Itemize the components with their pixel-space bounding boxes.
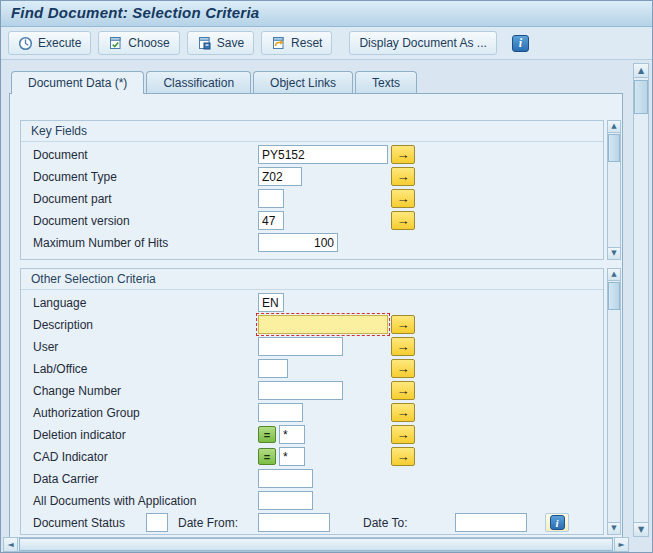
tab-texts[interactable]: Texts [355, 71, 417, 93]
date-from-label: Date From: [178, 516, 238, 530]
multiselect-arrow-icon: → [397, 191, 410, 206]
date-info-button[interactable]: i [545, 513, 569, 532]
execute-button[interactable]: Execute [8, 31, 91, 55]
document-part-input[interactable] [258, 189, 284, 208]
cad-indicator-input[interactable] [279, 447, 305, 466]
choose-button[interactable]: Choose [98, 31, 179, 55]
scroll-thumb[interactable] [608, 134, 620, 162]
user-input[interactable] [258, 337, 343, 356]
key-fields-scrollbar[interactable]: ▲ ▼ [607, 120, 621, 260]
titlebar: Find Document: Selection Criteria [1, 1, 652, 27]
info-icon: i [519, 36, 522, 51]
deletion-indicator-label: Deletion indicator [33, 428, 126, 442]
multiselect-lab-office-button[interactable]: → [391, 359, 415, 378]
cad-indicator-label: CAD Indicator [33, 450, 108, 464]
multiselect-arrow-icon: → [397, 169, 410, 184]
save-button[interactable]: Save [187, 31, 254, 55]
document-input[interactable] [258, 145, 388, 164]
choose-label: Choose [128, 36, 169, 50]
multiselect-arrow-icon: → [397, 147, 410, 162]
all-documents-input[interactable] [258, 491, 313, 510]
language-label: Language [33, 296, 86, 310]
equals-icon: = [264, 451, 270, 463]
display-document-as-label: Display Document As ... [359, 36, 486, 50]
field-row-language: Language [21, 293, 603, 313]
multiselect-arrow-icon: → [397, 427, 410, 442]
lab-office-input[interactable] [258, 359, 288, 378]
reset-button[interactable]: Reset [261, 31, 332, 55]
deletion-indicator-operator-button[interactable]: = [258, 426, 276, 443]
multiselect-deletion-indicator-button[interactable]: → [391, 425, 415, 444]
scroll-up-icon[interactable]: ▲ [607, 268, 621, 281]
multiselect-arrow-icon: → [397, 339, 410, 354]
date-from-input[interactable] [258, 513, 330, 532]
scroll-up-icon[interactable]: ▲ [607, 120, 621, 133]
authorization-group-label: Authorization Group [33, 406, 140, 420]
scroll-right-icon[interactable]: ► [614, 537, 629, 552]
tab-object-links[interactable]: Object Links [253, 71, 353, 93]
multiselect-arrow-icon: → [397, 361, 410, 376]
document-version-label: Document version [33, 214, 130, 228]
date-to-label: Date To: [363, 516, 407, 530]
field-row-lab-office: Lab/Office → [21, 359, 603, 379]
execute-label: Execute [38, 36, 81, 50]
document-label: Document [33, 148, 88, 162]
scroll-down-icon[interactable]: ▼ [607, 522, 621, 535]
change-number-label: Change Number [33, 384, 121, 398]
multiselect-arrow-icon: → [397, 383, 410, 398]
display-document-as-button[interactable]: Display Document As ... [349, 31, 496, 55]
tab-strip: Document Data (*) Classification Object … [11, 71, 417, 94]
tab-document-data-label: Document Data (*) [28, 76, 127, 90]
scroll-up-icon[interactable]: ▲ [633, 63, 649, 78]
group-title-key-fields: Key Fields [21, 121, 603, 142]
description-input[interactable] [258, 315, 388, 334]
multiselect-description-button[interactable]: → [391, 315, 415, 334]
multiselect-document-button[interactable]: → [391, 145, 415, 164]
field-row-document-status: Document Status Date From: Date To: i [21, 513, 603, 533]
description-label: Description [33, 318, 93, 332]
authorization-group-input[interactable] [258, 403, 303, 422]
multiselect-user-button[interactable]: → [391, 337, 415, 356]
reset-label: Reset [291, 36, 322, 50]
tab-panel: Key Fields Document → Document Type → Do… [9, 93, 623, 538]
language-input[interactable] [258, 293, 284, 312]
field-row-all-documents: All Documents with Application [21, 491, 603, 511]
field-row-document-version: Document version → [21, 211, 603, 231]
h-scroll-thumb[interactable] [19, 538, 613, 551]
scroll-down-icon[interactable]: ▼ [607, 247, 621, 260]
vertical-scrollbar[interactable]: ▲ ▼ [633, 63, 649, 537]
scroll-thumb[interactable] [608, 282, 620, 310]
tab-classification-label: Classification [163, 76, 234, 90]
multiselect-document-version-button[interactable]: → [391, 211, 415, 230]
other-criteria-scrollbar[interactable]: ▲ ▼ [607, 268, 621, 535]
date-to-input[interactable] [455, 513, 527, 532]
document-type-input[interactable] [258, 167, 302, 186]
data-carrier-input[interactable] [258, 469, 313, 488]
document-version-input[interactable] [258, 211, 284, 230]
multiselect-cad-indicator-button[interactable]: → [391, 447, 415, 466]
multiselect-change-number-button[interactable]: → [391, 381, 415, 400]
max-hits-input[interactable] [258, 233, 338, 252]
tab-classification[interactable]: Classification [146, 71, 251, 93]
data-carrier-label: Data Carrier [33, 472, 98, 486]
tab-texts-label: Texts [372, 76, 400, 90]
scroll-down-icon[interactable]: ▼ [633, 522, 649, 537]
max-hits-label: Maximum Number of Hits [33, 236, 168, 250]
tab-document-data[interactable]: Document Data (*) [11, 71, 144, 94]
equals-icon: = [264, 429, 270, 441]
page-title: Find Document: Selection Criteria [11, 4, 259, 21]
deletion-indicator-input[interactable] [279, 425, 305, 444]
horizontal-scrollbar[interactable]: ◄ ► [3, 537, 629, 552]
info-button[interactable]: i [512, 35, 529, 52]
multiselect-authorization-group-button[interactable]: → [391, 403, 415, 422]
multiselect-document-part-button[interactable]: → [391, 189, 415, 208]
document-status-input[interactable] [146, 513, 168, 532]
change-number-input[interactable] [258, 381, 343, 400]
save-label: Save [217, 36, 244, 50]
user-label: User [33, 340, 58, 354]
reset-icon [271, 36, 286, 51]
multiselect-document-type-button[interactable]: → [391, 167, 415, 186]
cad-indicator-operator-button[interactable]: = [258, 448, 276, 465]
scroll-thumb[interactable] [634, 80, 648, 114]
scroll-left-icon[interactable]: ◄ [3, 537, 18, 552]
